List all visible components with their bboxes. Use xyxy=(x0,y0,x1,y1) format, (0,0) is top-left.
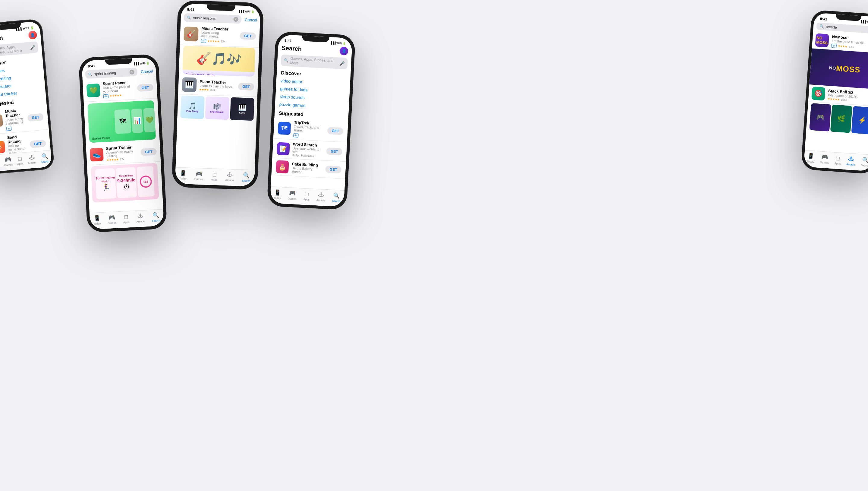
tab-today-5[interactable]: 📱Today xyxy=(807,153,815,164)
search-icon-2: 🔍 xyxy=(88,72,93,76)
stackball-count: 105k xyxy=(841,98,847,102)
tab-apps-3[interactable]: ◻Apps xyxy=(211,171,218,181)
get-btn-triptrek[interactable]: GET xyxy=(327,127,344,135)
clear-button-3[interactable]: ✕ xyxy=(233,17,239,22)
search-icon-4: 🔍 xyxy=(284,58,289,63)
page-title: Search xyxy=(0,34,3,43)
app-icon-sprint: 💚 xyxy=(87,84,100,97)
app-info-music-teacher: Music Teacher Learn string instruments. … xyxy=(5,108,26,131)
app-info-piano: Piano Teacher Learn to play the keys. ★★… xyxy=(199,79,236,92)
app-icon-sand: 🏎 xyxy=(0,141,5,154)
sprint-stars: ★★★★★ xyxy=(110,93,122,97)
phone-2: 9:41 ▐▐▐ WiFi 🔋 🔍 sprint training ✕ Canc… xyxy=(79,54,167,233)
status-icons-5: ▐▐▐ WiFi 🔋 xyxy=(860,20,868,24)
status-time-4: 9:41 xyxy=(284,38,292,43)
app-badge: 4+ xyxy=(6,126,12,131)
mic-icon-4[interactable]: 🎤 xyxy=(339,61,345,66)
search-placeholder-4: Games, Apps, Stories, and More xyxy=(290,56,338,67)
tab-games-4[interactable]: 🎮Games xyxy=(287,190,297,200)
profile-avatar[interactable]: 👤 xyxy=(28,30,37,39)
search-placeholder: Games, Apps, Stories, and More xyxy=(0,44,28,55)
app-info-sprint: Sprint Pacer Run to the pace of your hea… xyxy=(102,80,135,98)
get-btn-word[interactable]: GET xyxy=(327,147,343,155)
search-icon-3: 🔍 xyxy=(187,16,191,20)
tab-arcade-3[interactable]: 🕹Arcade xyxy=(225,172,234,182)
tab-today-3[interactable]: 📱Today xyxy=(179,170,187,180)
trainer-count: 22k xyxy=(120,158,124,161)
status-icons-4: ▐▐▐ WiFi 🔋 xyxy=(330,41,346,45)
search-bar-3[interactable]: 🔍 music lessons ✕ xyxy=(184,13,241,24)
phone-3: 9:41 ▐▐▐ WiFi 🔋 🔍 music lessons ✕ Cancel… xyxy=(172,0,264,190)
tab-arcade-5[interactable]: 🕹Arcade xyxy=(846,155,856,166)
grid-item-1: 🎵 Play Along xyxy=(180,96,205,119)
tab-arcade[interactable]: 🕹Arcade xyxy=(27,154,36,164)
search-query-3: music lessons xyxy=(193,16,232,21)
tab-arcade-4[interactable]: 🕹Arcade xyxy=(316,192,326,202)
get-btn-cake[interactable]: GET xyxy=(325,166,341,174)
get-btn-trainer[interactable]: GET xyxy=(141,148,157,156)
app-desc-trainer: Augmented reality training xyxy=(106,149,138,158)
app-desc: Learn string instruments. xyxy=(5,117,25,125)
trainer-card-image: Sprint Trainer Week 1 🏃‍♀️ Time to beat … xyxy=(91,163,159,202)
sprint-card-image: 🗺 📊 💚 Sprint Pacer xyxy=(87,100,156,143)
stackball-stars: ★★★★★ xyxy=(828,97,840,101)
tab-games-3[interactable]: 🎮Games xyxy=(194,170,204,181)
piano-count: 3.8k xyxy=(210,88,215,92)
app-info-cake: Cake Building Be the Bakery Master! xyxy=(291,161,323,175)
status-icons-2: ▐▐▐ WiFi 🔋 xyxy=(133,61,150,65)
search-bar[interactable]: 🔍 Games, Apps, Stories, and More 🎤 xyxy=(0,41,38,58)
tab-search-3[interactable]: 🔍Search xyxy=(242,172,251,182)
tab-arcade-2[interactable]: 🕹Arcade xyxy=(136,213,145,223)
triptrek-badge: 4+ xyxy=(293,133,299,138)
music-badge-3: 4+ xyxy=(201,39,207,43)
profile-avatar-4[interactable]: 👤 xyxy=(340,47,348,56)
get-btn-sprint[interactable]: GET xyxy=(137,84,153,92)
search-query-5: arcade xyxy=(826,24,837,30)
get-button-music[interactable]: GET xyxy=(27,113,44,121)
mic-icon[interactable]: 🎤 xyxy=(30,45,35,50)
tab-games-5[interactable]: 🎮Games xyxy=(820,153,829,164)
app-icon-trainer: 👟 xyxy=(90,147,104,161)
app-row-sprint-pacer: 💚 Sprint Pacer Run to the pace of your h… xyxy=(83,76,157,102)
tab-bar-3: 📱Today 🎮Games ◻Apps 🕹Arcade 🔍Search xyxy=(175,167,255,186)
grid-item-3: 🎹 Keys xyxy=(230,97,254,121)
nomoss-count: 3.1k xyxy=(848,45,854,48)
status-time-3: 9:41 xyxy=(187,7,195,12)
tab-search[interactable]: 🔍Search xyxy=(40,153,50,164)
nomoss-stars: ★★★★ xyxy=(838,44,847,48)
trainer-stars: ★★★★★ xyxy=(107,158,119,162)
tab-apps-5[interactable]: ◻Apps xyxy=(834,155,841,165)
get-btn-music-3[interactable]: GET xyxy=(240,32,256,40)
tab-search-4[interactable]: 🔍Search xyxy=(332,192,341,203)
tab-today-4[interactable]: 📱Today xyxy=(274,189,281,200)
status-time-5: 9:41 xyxy=(820,17,827,21)
get-button-sand[interactable]: GET xyxy=(30,140,46,148)
app-info-music-3: Music Teacher Learn string instruments. … xyxy=(201,26,237,44)
search-icon-5: 🔍 xyxy=(819,24,824,29)
tab-apps[interactable]: ◻Apps xyxy=(17,155,24,166)
app-desc-music-3: Learn string instruments. xyxy=(201,30,237,39)
clear-button-2[interactable]: ✕ xyxy=(129,70,134,75)
music-hero-image: 🎸🎵🎶 Guitar • Bass • Violin xyxy=(182,46,255,77)
app-info-trainer: Sprint Trainer Augmented reality trainin… xyxy=(106,144,138,161)
cancel-button-2[interactable]: Cancel xyxy=(141,69,153,74)
tab-apps-2[interactable]: ◻Apps xyxy=(123,213,129,224)
tab-search-2[interactable]: 🔍Search xyxy=(151,212,160,222)
get-btn-piano[interactable]: GET xyxy=(238,83,254,90)
tab-bar-4: 📱Today 🎮Games ◻Apps 🕹Arcade 🔍Search xyxy=(270,186,345,207)
status-time-2: 9:41 xyxy=(88,64,95,68)
cancel-button-3[interactable]: Cancel xyxy=(245,17,257,22)
search-bar-4[interactable]: 🔍 Games, Apps, Stories, and More 🎤 xyxy=(281,55,348,70)
app-icon-word: 📝 xyxy=(277,142,290,155)
app-icon-cake: 🎂 xyxy=(276,160,289,173)
tab-today-2[interactable]: 📱Today xyxy=(93,215,101,225)
tab-games[interactable]: 🎮Games xyxy=(3,156,13,167)
nomoss-hero-image: NOMOSS xyxy=(809,48,868,89)
tab-search-5[interactable]: 🔍Search xyxy=(861,156,868,167)
search-bar-2[interactable]: 🔍 sprint training ✕ xyxy=(85,67,137,79)
tab-games-2[interactable]: 🎮Games xyxy=(107,214,117,225)
app-icon-music-3: 🎸 xyxy=(184,27,198,41)
status-icons-3: ▐▐▐ WiFi 🔋 xyxy=(238,10,254,13)
music-count-3: 23k xyxy=(221,40,225,43)
tab-apps-4[interactable]: ◻Apps xyxy=(303,191,310,201)
